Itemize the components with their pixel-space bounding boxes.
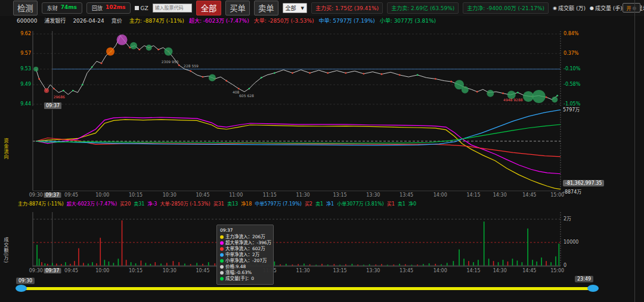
filter-all-button[interactable]: 全部 (196, 1, 222, 15)
volume-tick-label: 0 (564, 263, 566, 268)
legend-item: 买20 (120, 201, 131, 207)
flow-stat: 小单: 3077万 (3.81%) (380, 17, 436, 24)
price-tick-label: 9.57 (18, 51, 31, 56)
legend-item: 卖13 (227, 201, 238, 207)
time-tick: 14:00 (434, 268, 447, 273)
time-tick: 09:37 (44, 268, 61, 273)
volume-tick-label: 2万 (564, 217, 571, 222)
flow-stat: 超大: -6023万 (-7.47%) (189, 17, 249, 24)
series-dot-icon (220, 241, 224, 245)
gz-checkbox[interactable]: GZ (135, 5, 148, 11)
time-tick: 09:30 (29, 192, 43, 198)
time-tick: 10:45 (196, 268, 209, 273)
price-tick-label: 9.44 (18, 102, 31, 107)
time-tick: 14:30 (493, 192, 507, 198)
radio-volume[interactable]: ●成交量 (手) (590, 4, 623, 12)
time-tick: 14:45 (522, 268, 536, 273)
slider-handle-start[interactable] (16, 285, 27, 292)
time-range-slider-track[interactable] (21, 287, 593, 290)
time-tick: 10:15 (129, 192, 143, 198)
tooltip-row: 主力净流入：206万 (220, 234, 270, 240)
slider-end-label: 23:49 (575, 276, 593, 282)
checkbox-icon (135, 6, 139, 10)
radio-amount[interactable]: ◉成交额 (万) (553, 4, 586, 12)
series-dot-icon (220, 235, 224, 239)
svg-text:2309 950: 2309 950 (162, 60, 179, 64)
tooltip-row: 中单净流入：2万 (220, 252, 270, 258)
tooltip-time: 09:37 (220, 228, 270, 233)
legend-item: 买31 (213, 201, 224, 207)
legend-item: 卖31 (134, 201, 144, 207)
time-tick: 13:30 (366, 192, 380, 198)
legend-item: 卖1 (315, 201, 323, 207)
flow-time-axis: 09:3009:3709:4510:0010:1510:3010:4511:00… (33, 191, 561, 198)
source-eastmoney-status: 东财 74ms (42, 2, 82, 14)
tooltip-row: 价格:9.48 (220, 264, 270, 270)
flow-legend: 主力-8874万 (-11%)超大-6023万 (-7.47%)买20卖31净-… (18, 200, 572, 207)
source-replay-status: 回放 102ms (86, 2, 131, 14)
time-tick: 13:45 (400, 268, 413, 273)
svg-text:408: 408 (233, 90, 240, 94)
panel-divider[interactable] (634, 0, 635, 302)
capital-flow-chart[interactable] (33, 110, 561, 191)
radio-selected-icon: ◉ (553, 5, 557, 11)
legend-item: 小单3077万 (3.81%) (337, 201, 384, 207)
time-tick: 09:30 (29, 268, 43, 273)
flow-cursor-value: -81,362,997.35 (563, 180, 604, 186)
radio-unselected-icon: ● (590, 5, 594, 11)
slider-handle-end[interactable] (587, 285, 599, 292)
svg-text:4948 9288: 4948 9288 (503, 98, 523, 102)
detect-button[interactable]: 检测 (13, 1, 38, 15)
flow-stats: 主力: -8874万 (-11%)超大: -6023万 (-7.47%)大单: … (129, 17, 436, 24)
legend-item: 中单5797万 (7.19%) (255, 201, 302, 207)
price-chart[interactable]: 296862309 950228 559408605 6284948 9288 (33, 31, 561, 106)
stock-info-bar: 600000 浦发银行 2026-04-24 竞价 主力: -8874万 (-1… (0, 17, 632, 24)
flow-top-value: 5797万 (563, 106, 580, 113)
time-tick: 10:00 (95, 268, 109, 273)
flow-stat: 大单: -2850万 (-3.53%) (254, 17, 314, 24)
stock-code-input[interactable] (153, 4, 192, 13)
legend-item: 买2 (305, 201, 312, 207)
volume-side-label: 成交额(万) (2, 237, 9, 263)
filter-dropdown[interactable]: 全部 ▼ (283, 3, 307, 13)
legend-item: 买1 (387, 201, 395, 207)
price-tick-label: 9.53 (18, 67, 31, 71)
time-tick: 10:15 (129, 268, 143, 273)
time-tick: 14:15 (466, 192, 480, 198)
source2-name: 回放 (92, 4, 103, 12)
volume-time-axis: 09:3009:3709:4510:0010:1510:3010:4511:00… (33, 266, 561, 273)
main-buy-stat: 主力买: 1.75亿 (39.41%) (311, 2, 383, 14)
time-tick: 11:00 (229, 192, 243, 198)
app-root: 检测 东财 74ms 回放 102ms GZ 全部 买单 卖单 全部 ▼ 主力买… (0, 0, 644, 302)
time-tick: 11:30 (296, 192, 310, 198)
legend-item: 净1 (326, 201, 334, 207)
pct-tick-label: 0.37% (564, 51, 578, 56)
main-sell-stat: 主力卖: 2.69亿 (63.59%) (387, 2, 459, 14)
main-net-stat: 主力净: -9400.00万 (-21.17%) (463, 2, 549, 14)
stock-code: 600000 (17, 18, 37, 24)
time-tick: 10:45 (196, 192, 209, 198)
filter-sell-button[interactable]: 卖单 (254, 1, 278, 15)
series-dot-icon (220, 265, 224, 269)
series-dot-icon (220, 259, 224, 263)
legend-item: 主力-8874万 (-11%) (18, 201, 64, 207)
data-tooltip: 09:37 主力净流入：206万超大单净流入：-396万大单净流入：602万中单… (216, 225, 274, 285)
source1-name: 东财 (47, 4, 58, 12)
legend-item: 净18 (241, 201, 252, 207)
filter-buy-button[interactable]: 买单 (225, 1, 250, 15)
time-tick: 14:45 (522, 192, 536, 198)
flow-stat: 中单: 5797万 (7.19%) (318, 17, 374, 24)
time-tick: 09:45 (64, 192, 78, 198)
session-label: 竞价 (112, 17, 122, 24)
source2-latency: 102ms (106, 4, 126, 12)
legend-item: 大单-2850万 (-1.53%) (160, 201, 210, 207)
time-tick: 10:30 (163, 192, 177, 198)
volume-chart[interactable] (33, 212, 561, 267)
legend-item: 超大-6023万 (-7.47%) (67, 201, 117, 207)
time-tick: 11:15 (263, 192, 277, 198)
panel-toggle-button[interactable]: 开● (623, 3, 640, 13)
series-dot-icon (220, 247, 224, 251)
time-tick: 13:30 (366, 268, 380, 273)
flow-bottom-value: -8874万 (563, 188, 581, 195)
pct-tick-label: -0.10% (564, 67, 580, 71)
